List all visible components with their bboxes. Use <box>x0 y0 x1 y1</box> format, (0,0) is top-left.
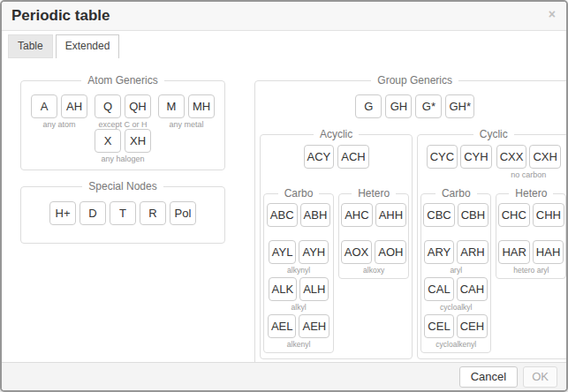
btn-pol[interactable]: Pol <box>170 201 196 225</box>
btn-cbc[interactable]: CBC <box>423 203 454 227</box>
acyclic-carbo-section: Carbo ABC ABH <box>263 188 334 353</box>
acyclic-top-group: ACY ACH <box>304 145 369 179</box>
btn-a[interactable]: A <box>31 94 57 118</box>
btn-gh[interactable]: GH <box>385 94 412 118</box>
btn-g-star[interactable]: G* <box>415 94 442 118</box>
btn-cah[interactable]: CAH <box>457 277 488 301</box>
btn-alk[interactable]: ALK <box>269 277 298 301</box>
button-pair-label: cycloalkenyl <box>435 340 476 349</box>
button-pair-label: hetero aryl <box>513 266 549 275</box>
btn-xh[interactable]: XH <box>125 129 151 153</box>
btn-cxx[interactable]: CXX <box>496 145 527 169</box>
special-nodes-section: Special Nodes H+ D T R Pol <box>20 181 225 244</box>
acyclic-hetero-section: Hetero AHC AHH <box>338 188 409 279</box>
btn-qh[interactable]: QH <box>125 94 151 118</box>
btn-ach[interactable]: ACH <box>337 145 368 169</box>
except-c-h-group: Q QH except C or H <box>95 94 151 129</box>
btn-aox[interactable]: AOX <box>341 240 372 264</box>
btn-cyh[interactable]: CYH <box>460 145 491 169</box>
btn-d[interactable]: D <box>80 201 106 225</box>
tab-extended[interactable]: Extended <box>56 34 120 59</box>
btn-aeh[interactable]: AEH <box>299 314 329 338</box>
button-pair-label: any metal <box>169 120 203 129</box>
btn-ceh[interactable]: CEH <box>457 314 488 338</box>
btn-har[interactable]: HAR <box>498 240 529 264</box>
button-pair-group: AYL AYH alkynyl <box>266 240 331 275</box>
btn-mh[interactable]: MH <box>188 94 215 118</box>
btn-cel[interactable]: CEL <box>424 314 453 338</box>
btn-abh[interactable]: ABH <box>300 203 331 227</box>
close-icon[interactable]: × <box>547 7 557 21</box>
cyclic-hetero-legend: Hetero <box>509 188 553 200</box>
button-pair-label: any atom <box>42 120 75 129</box>
button-pair-label: aryl <box>450 266 462 275</box>
cyclic-top-group: CYC CYH <box>427 145 492 179</box>
button-pair-group: ARY ARH aryl <box>423 240 488 275</box>
btn-gh-star[interactable]: GH* <box>445 94 474 118</box>
btn-cbh[interactable]: CBH <box>458 203 488 227</box>
tab-table[interactable]: Table <box>8 34 53 58</box>
dialog-title: Periodic table <box>11 7 110 25</box>
button-pair-label: alkynyl <box>287 266 310 275</box>
btn-chc[interactable]: CHC <box>498 203 530 227</box>
btn-aoh[interactable]: AOH <box>375 240 406 264</box>
button-pair-group: HAR HAH hetero aryl <box>498 240 564 275</box>
button-pair-group: CEL CEH cycloalkenyl <box>423 314 488 349</box>
btn-ahh[interactable]: AHH <box>375 203 406 227</box>
periodic-table-dialog: Periodic table × Table Extended Atom Gen… <box>0 0 568 392</box>
btn-alh[interactable]: ALH <box>299 277 329 301</box>
acyclic-section: Acyclic ACY ACH <box>260 129 413 359</box>
any-halogen-group: X XH any halogen <box>95 129 151 163</box>
right-column: Group Generics G GH G* GH* Acyclic ACY <box>254 75 566 362</box>
btn-cal[interactable]: CAL <box>424 277 453 301</box>
dialog-body: Atom Generics A AH any atom Q QH <box>2 58 566 362</box>
atom-generics-legend: Atom Generics <box>81 75 163 87</box>
btn-ayl[interactable]: AYL <box>269 240 297 264</box>
button-pair-label: alkoxy <box>363 266 384 275</box>
btn-arh[interactable]: ARH <box>457 240 488 264</box>
cyclic-legend: Cyclic <box>473 129 514 140</box>
btn-x[interactable]: X <box>95 129 121 153</box>
button-pair-group: ALK ALH alkyl <box>266 277 331 312</box>
cyclic-section: Cyclic CYC CYH CXX <box>417 129 566 359</box>
button-pair-label: cycloalkyl <box>440 303 472 312</box>
atom-generics-section: Atom Generics A AH any atom Q QH <box>20 75 225 170</box>
btn-ayh[interactable]: AYH <box>299 240 329 264</box>
button-pair-label: alkyl <box>292 303 307 312</box>
btn-m[interactable]: M <box>158 94 185 118</box>
btn-ael[interactable]: AEL <box>268 314 297 338</box>
btn-abc[interactable]: ABC <box>267 203 298 227</box>
button-pair-label: alkenyl <box>287 340 310 349</box>
cancel-button[interactable]: Cancel <box>459 366 518 388</box>
button-pair-group: AHC AHH <box>341 203 406 237</box>
btn-chh[interactable]: CHH <box>533 203 564 227</box>
group-generics-legend: Group Generics <box>371 75 458 87</box>
button-pair-group: CHC CHH <box>498 203 564 237</box>
button-pair-group: AEL AEH alkenyl <box>266 314 331 349</box>
button-pair-label: no carbon <box>511 170 546 179</box>
acyclic-carbo-legend: Carbo <box>278 188 320 200</box>
dialog-header: Periodic table × <box>2 2 566 31</box>
btn-ary[interactable]: ARY <box>424 240 455 264</box>
tab-bar: Table Extended <box>2 31 566 58</box>
btn-cxh[interactable]: CXH <box>529 145 560 169</box>
btn-ahc[interactable]: AHC <box>341 203 372 227</box>
btn-r[interactable]: R <box>140 201 166 225</box>
btn-ah[interactable]: AH <box>61 94 87 118</box>
button-pair-label: except C or H <box>98 120 147 129</box>
btn-h-plus[interactable]: H+ <box>49 201 76 225</box>
cyclic-carbo-section: Carbo CBC CBH <box>420 188 491 353</box>
btn-g[interactable]: G <box>355 94 382 118</box>
button-pair-group: CAL CAH cycloalkyl <box>423 277 488 312</box>
btn-acy[interactable]: ACY <box>304 145 335 169</box>
button-pair-group: ABC ABH <box>266 203 331 237</box>
cyclic-hetero-section: Hetero CHC CHH <box>496 188 566 279</box>
btn-q[interactable]: Q <box>95 94 121 118</box>
no-carbon-group: CXX CXH no carbon <box>496 145 561 179</box>
btn-cyc[interactable]: CYC <box>427 145 458 169</box>
btn-t[interactable]: T <box>110 201 136 225</box>
cyclic-carbo-legend: Carbo <box>435 188 477 200</box>
btn-hah[interactable]: HAH <box>533 240 564 264</box>
ok-button[interactable]: OK <box>523 366 557 388</box>
button-pair-group: CBC CBH <box>423 203 488 237</box>
